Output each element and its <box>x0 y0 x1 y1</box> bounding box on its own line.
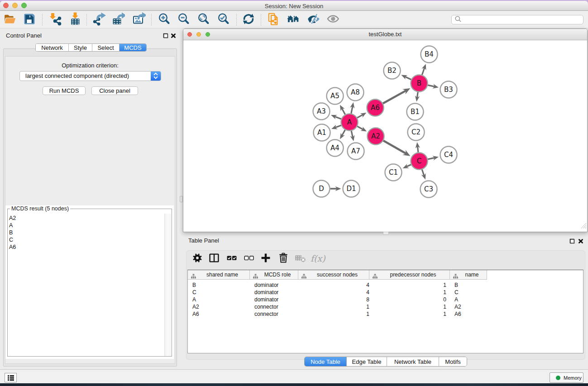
table-settings-button[interactable] <box>191 253 203 265</box>
zoom-fit-button[interactable] <box>196 13 211 27</box>
criterion-dropdown[interactable]: largest connected component (directed) <box>19 71 161 81</box>
show-all-button[interactable] <box>325 13 341 27</box>
table-row[interactable]: Bdominator41B <box>188 281 487 289</box>
delete-table-button <box>294 253 306 265</box>
table-row[interactable]: Adominator80A <box>188 296 487 303</box>
column-header-shared-name[interactable]: shared name <box>188 270 250 279</box>
save-session-button[interactable] <box>22 13 37 27</box>
column-header-successor-nodes[interactable]: successor nodes <box>298 270 369 279</box>
close-panel-button[interactable]: Close panel <box>91 86 138 95</box>
control-panel-float-icon[interactable] <box>163 32 168 38</box>
control-panel-close-icon[interactable] <box>171 32 176 38</box>
resize-grip-icon[interactable] <box>580 223 587 231</box>
graph-node-C[interactable]: C <box>411 153 428 170</box>
edge-B-B1[interactable] <box>417 92 418 98</box>
graph-node-A1[interactable]: A1 <box>314 124 330 141</box>
table-panel-close-icon[interactable] <box>578 238 583 243</box>
graph-node-A[interactable]: A <box>341 114 358 131</box>
export-image-button[interactable] <box>131 13 147 27</box>
import-table-button[interactable] <box>67 13 83 27</box>
mcds-result-item[interactable]: C <box>9 236 158 243</box>
graph-node-A8[interactable]: A8 <box>347 84 364 101</box>
control-panel-tab-mcds[interactable]: MCDS <box>120 44 146 51</box>
split-columns-button[interactable] <box>208 253 220 265</box>
graph-node-B1[interactable]: B1 <box>407 104 424 120</box>
edge-A-A8[interactable] <box>351 106 353 114</box>
mcds-result-item[interactable]: A2 <box>9 214 158 222</box>
graph-node-B4[interactable]: B4 <box>421 46 438 63</box>
hide-selected-button[interactable] <box>306 13 321 27</box>
graph-node-C3[interactable]: C3 <box>421 181 437 198</box>
edge-C-C2[interactable] <box>417 146 418 152</box>
network-window-titlebar[interactable]: testGlobe.txt <box>183 29 587 40</box>
table-row[interactable]: A2connector11A2 <box>188 303 487 310</box>
table-row[interactable]: Cdominator41C <box>188 289 487 296</box>
graph-node-D[interactable]: D <box>313 181 330 197</box>
graph-node-A5[interactable]: A5 <box>327 88 344 105</box>
horizontal-splitter-grip[interactable] <box>383 232 389 235</box>
graph-node-B2[interactable]: B2 <box>384 62 401 79</box>
add-column-button[interactable] <box>260 253 272 265</box>
graph-node-C2[interactable]: C2 <box>408 124 425 141</box>
delete-columns-button[interactable] <box>277 253 289 265</box>
mcds-result-item[interactable]: A <box>9 222 158 229</box>
graph-node-A2[interactable]: A2 <box>368 128 384 145</box>
edge-A2-C[interactable] <box>383 141 406 154</box>
graph-node-A4[interactable]: A4 <box>327 140 344 157</box>
graph-node-A7[interactable]: A7 <box>348 143 364 160</box>
edge-A6-B[interactable] <box>383 91 406 104</box>
graph-node-A6[interactable]: A6 <box>367 100 384 116</box>
graph-node-C4[interactable]: C4 <box>440 147 457 163</box>
table-cell: dominator <box>254 296 278 303</box>
open-session-button[interactable] <box>2 13 18 27</box>
export-network-button[interactable] <box>92 13 107 27</box>
run-mcds-button[interactable]: Run MCDS <box>43 86 86 95</box>
table-tab-edge-table[interactable]: Edge Table <box>347 357 387 366</box>
edge-A-A4[interactable] <box>342 130 345 136</box>
mcds-result-scrollbar[interactable] <box>164 214 171 356</box>
task-history-button[interactable] <box>5 373 17 382</box>
edge-A-A2[interactable] <box>357 126 363 130</box>
control-panel-tab-select[interactable]: Select <box>92 44 120 51</box>
deselect-all-columns-button[interactable] <box>243 253 255 265</box>
new-network-from-selection-button[interactable] <box>266 13 281 27</box>
control-panel-tab-network[interactable]: Network <box>36 44 69 51</box>
edge-A-A5[interactable] <box>342 108 345 114</box>
vertical-splitter-grip[interactable] <box>180 196 183 202</box>
control-panel-tab-style[interactable]: Style <box>69 44 92 51</box>
network-canvas[interactable]: AA1A2A3A4A5A6A7A8BB1B2B3B4CC1C2C3C4DD1 <box>183 40 587 232</box>
column-header-predecessor-nodes[interactable]: predecessor nodes <box>369 270 450 279</box>
column-header-MCDS-role[interactable]: MCDS role <box>250 270 298 279</box>
table-row[interactable]: A6connector11A6 <box>188 310 487 318</box>
graph-node-label: C4 <box>444 151 453 159</box>
edge-C-C4[interactable] <box>428 157 435 159</box>
table-tab-motifs[interactable]: Motifs <box>439 357 467 366</box>
edge-A-A6[interactable] <box>357 114 363 118</box>
export-table-button[interactable] <box>110 13 126 27</box>
select-all-columns-button[interactable] <box>226 253 238 265</box>
graph-node-D1[interactable]: D1 <box>343 181 360 197</box>
edge-B-B3[interactable] <box>428 85 435 87</box>
graph-node-B[interactable]: B <box>411 75 428 92</box>
export-network-icon <box>93 12 106 28</box>
zoom-selected-button[interactable] <box>216 13 231 27</box>
search-box[interactable] <box>451 15 583 24</box>
zoom-out-button[interactable] <box>176 13 191 27</box>
table-cell: A <box>192 296 196 303</box>
function-builder-button[interactable]: f(x) <box>311 253 325 263</box>
zoom-in-button[interactable] <box>157 13 172 27</box>
nested-network-button[interactable] <box>286 13 301 27</box>
refresh-button[interactable] <box>241 13 256 27</box>
table-panel-float-icon[interactable] <box>569 238 575 243</box>
graph-node-B3[interactable]: B3 <box>440 81 457 98</box>
mcds-result-list[interactable]: A2ABCA6 <box>9 214 158 251</box>
table-tab-node-table[interactable]: Node Table <box>305 357 347 366</box>
memory-button[interactable]: Memory <box>550 372 583 383</box>
import-network-button[interactable] <box>48 13 63 27</box>
graph-node-C1[interactable]: C1 <box>385 164 402 181</box>
column-header-name[interactable]: name <box>450 270 487 279</box>
graph-node-A3[interactable]: A3 <box>313 103 330 120</box>
table-tab-network-table[interactable]: Network Table <box>387 357 439 366</box>
mcds-result-item[interactable]: B <box>9 229 158 236</box>
mcds-result-item[interactable]: A6 <box>9 243 158 251</box>
